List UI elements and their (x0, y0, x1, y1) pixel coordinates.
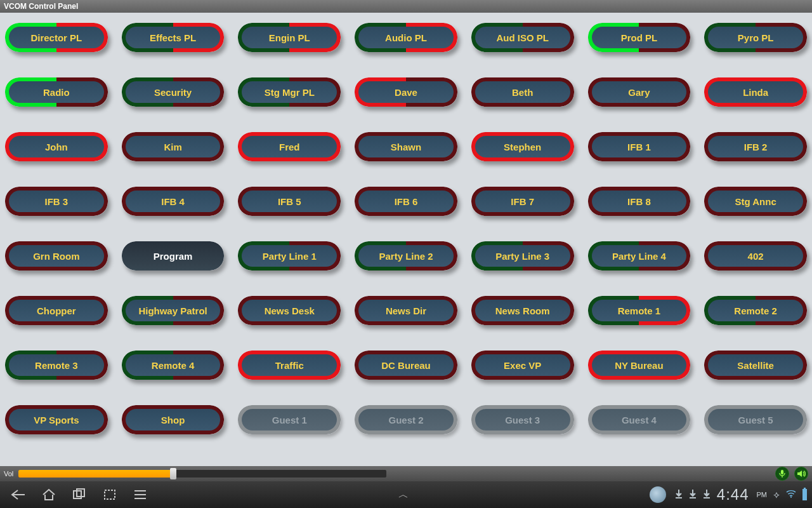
channel-button[interactable]: IFB 6 (355, 187, 457, 216)
volume-bar: Vol (0, 466, 812, 481)
channel-button[interactable]: Party Line 4 (588, 241, 691, 271)
channel-button[interactable]: Radio (5, 77, 108, 107)
channel-button[interactable]: Fred (238, 132, 341, 161)
channel-button[interactable]: NY Bureau (588, 351, 691, 380)
channel-button-label: IFB 2 (740, 142, 771, 152)
channel-button-label: Remote 3 (31, 360, 82, 371)
expand-caret-icon[interactable]: ︿ (391, 488, 416, 502)
channel-button[interactable]: News Desk (238, 296, 341, 325)
channel-button-label: Shawn (387, 142, 425, 152)
channel-button[interactable]: News Dir (355, 296, 457, 325)
channel-button[interactable]: Security (122, 77, 225, 107)
svg-marker-2 (797, 471, 802, 477)
channel-button-label: Audio PL (381, 32, 431, 43)
channel-button: Guest 5 (704, 405, 807, 434)
channel-button[interactable]: Satellite (704, 351, 807, 380)
window-title: VCOM Control Panel (4, 2, 78, 11)
channel-button[interactable]: IFB 1 (588, 132, 691, 161)
channel-button-label: Guest 1 (268, 415, 311, 425)
channel-button[interactable]: Gary (588, 77, 691, 107)
channel-button[interactable]: IFB 5 (238, 187, 341, 216)
channel-button-label: DC Bureau (377, 360, 435, 371)
menu-icon[interactable] (127, 485, 154, 505)
channel-button[interactable]: Prod PL (588, 23, 691, 52)
wifi-icon (786, 490, 796, 500)
home-icon[interactable] (36, 485, 62, 505)
app-notification-icon[interactable] (650, 486, 666, 503)
channel-button[interactable]: Pyro PL (704, 23, 807, 52)
channel-button[interactable]: Party Line 1 (238, 241, 341, 271)
channel-button-label: Satellite (733, 360, 778, 371)
channel-button-label: Linda (739, 87, 772, 98)
button-grid-container: Director PLEffects PLEngin PLAudio PLAud… (0, 13, 812, 466)
channel-button: Guest 4 (588, 405, 691, 434)
channel-button[interactable]: Stephen (471, 132, 574, 161)
channel-button[interactable]: IFB 2 (704, 132, 807, 161)
channel-button[interactable]: 402 (704, 241, 807, 271)
channel-button[interactable]: Stg Annc (704, 187, 807, 216)
speaker-icon[interactable] (794, 467, 808, 481)
channel-button-label: IFB 4 (157, 196, 188, 207)
channel-button-label: Effects PL (146, 32, 200, 43)
channel-button[interactable]: Shop (122, 405, 225, 434)
volume-fill (18, 470, 173, 478)
channel-button[interactable]: Party Line 2 (355, 241, 457, 271)
channel-button-label: Remote 2 (730, 305, 781, 316)
channel-button-label: John (41, 142, 72, 152)
channel-button-label: IFB 3 (41, 196, 72, 207)
channel-button[interactable]: John (5, 132, 108, 161)
window-title-bar: VCOM Control Panel (0, 0, 812, 13)
channel-button[interactable]: IFB 4 (122, 187, 225, 216)
channel-button[interactable]: Beth (471, 77, 574, 107)
screenshot-icon[interactable] (96, 485, 123, 505)
channel-button[interactable]: Dave (355, 77, 457, 107)
channel-button[interactable]: Grn Room (5, 241, 108, 271)
channel-button[interactable]: IFB 7 (471, 187, 574, 216)
channel-button[interactable]: Effects PL (122, 23, 225, 52)
channel-button[interactable]: Audio PL (355, 23, 457, 52)
channel-button[interactable]: Remote 4 (122, 351, 225, 380)
channel-button[interactable]: VP Sports (5, 405, 108, 434)
download-icon (689, 489, 697, 501)
volume-thumb[interactable] (170, 468, 176, 479)
channel-button-label: IFB 5 (274, 196, 305, 207)
channel-button-label: NY Bureau (611, 360, 667, 371)
volume-slider[interactable] (18, 470, 386, 478)
channel-button-label: Dave (391, 87, 421, 98)
svg-rect-0 (781, 470, 783, 474)
channel-button-label: IFB 7 (507, 196, 538, 207)
channel-button-label: Party Line 2 (375, 251, 436, 262)
channel-button[interactable]: Program (122, 241, 225, 271)
mic-icon[interactable] (775, 467, 789, 481)
channel-button-label: Exec VP (500, 360, 545, 371)
channel-button[interactable]: Engin PL (238, 23, 341, 52)
channel-button[interactable]: Party Line 3 (471, 241, 574, 271)
channel-button[interactable]: Exec VP (471, 351, 574, 380)
download-icon (703, 489, 710, 501)
channel-button[interactable]: IFB 8 (588, 187, 691, 216)
channel-button[interactable]: Kim (122, 132, 225, 161)
download-icon (675, 489, 683, 501)
channel-button[interactable]: Linda (704, 77, 807, 107)
clock: 4:44 (717, 486, 749, 504)
channel-button[interactable]: IFB 3 (5, 187, 108, 216)
back-icon[interactable] (5, 485, 32, 505)
channel-button[interactable]: DC Bureau (355, 351, 457, 380)
channel-button[interactable]: Stg Mgr PL (238, 77, 341, 107)
channel-button[interactable]: Highway Patrol (122, 296, 225, 325)
channel-button[interactable]: Aud ISO PL (471, 23, 574, 52)
channel-button[interactable]: Director PL (5, 23, 108, 52)
channel-button[interactable]: Remote 3 (5, 351, 108, 380)
channel-button-label: Prod PL (617, 32, 662, 43)
channel-button-label: IFB 6 (391, 196, 422, 207)
channel-button-label: Security (150, 87, 195, 98)
channel-button-label: Party Line 4 (608, 251, 670, 262)
recent-apps-icon[interactable] (66, 485, 93, 505)
channel-button[interactable]: News Room (471, 296, 574, 325)
channel-button[interactable]: Shawn (355, 132, 457, 161)
channel-button-label: Beth (508, 87, 537, 98)
channel-button[interactable]: Chopper (5, 296, 108, 325)
channel-button[interactable]: Remote 2 (704, 296, 807, 325)
channel-button[interactable]: Traffic (238, 351, 341, 380)
channel-button[interactable]: Remote 1 (588, 296, 691, 325)
